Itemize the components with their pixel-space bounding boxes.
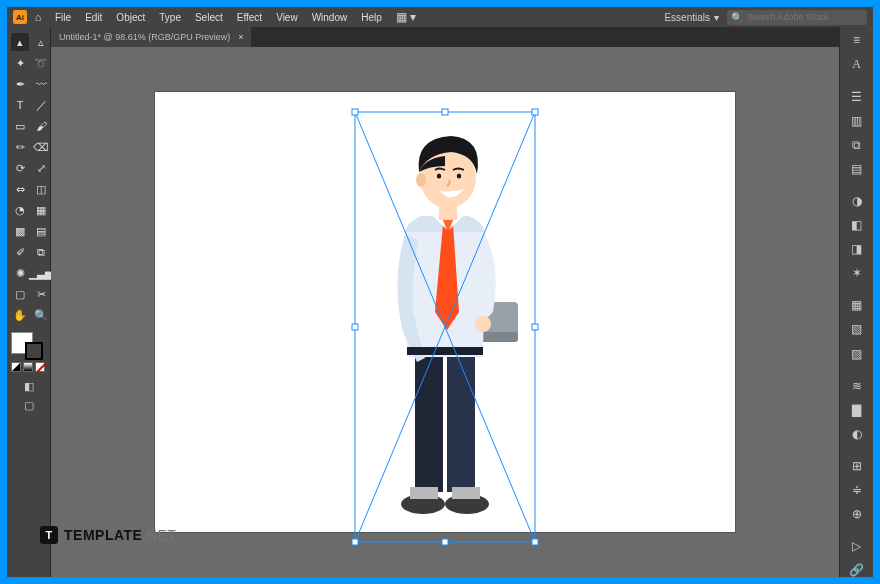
paintbrush-tool[interactable]: 🖌 xyxy=(32,117,50,135)
line-segment-tool[interactable]: ／ xyxy=(32,96,50,114)
gradient-tool[interactable]: ▤ xyxy=(32,222,50,240)
tools-panel: ▴ ▵ ✦ ➰ ✒ 〰 T ／ ▭ 🖌 ✏ ⌫ ⟳ ⤢ ⇔ ◫ ◔ ▦ ▩ ▤ … xyxy=(7,27,51,577)
home-icon[interactable]: ⌂ xyxy=(29,11,47,23)
align-panel-icon[interactable]: ≑ xyxy=(846,483,868,497)
menu-type[interactable]: Type xyxy=(153,10,187,25)
curvature-tool[interactable]: 〰 xyxy=(32,75,50,93)
document-tab-bar: Untitled-1* @ 98.61% (RGB/GPU Preview) × xyxy=(51,27,839,47)
direct-selection-tool[interactable]: ▵ xyxy=(32,33,50,51)
lasso-tool[interactable]: ➰ xyxy=(32,54,50,72)
color-mode-solid-icon[interactable] xyxy=(11,362,21,372)
shaper-tool[interactable]: ✏ xyxy=(11,138,29,156)
menu-view[interactable]: View xyxy=(270,10,304,25)
type-character-icon[interactable]: A xyxy=(846,57,868,72)
menu-effect[interactable]: Effect xyxy=(231,10,268,25)
artboard-tool[interactable]: ▢ xyxy=(11,285,29,303)
symbol-sprayer-tool[interactable]: ✺ xyxy=(11,264,29,282)
screen-mode-icon[interactable]: ▢ xyxy=(24,399,34,412)
layers-panel-icon[interactable]: ☰ xyxy=(846,90,868,104)
eyedropper-tool[interactable]: ✐ xyxy=(11,243,29,261)
arrange-documents-icon[interactable]: ▦ ▾ xyxy=(396,10,416,24)
chevron-down-icon: ▾ xyxy=(714,12,719,23)
appearance-panel-icon[interactable]: ◑ xyxy=(846,194,868,208)
artboard[interactable] xyxy=(155,92,735,532)
free-transform-tool[interactable]: ◫ xyxy=(32,180,50,198)
menu-file[interactable]: File xyxy=(49,10,77,25)
mesh-tool[interactable]: ▩ xyxy=(11,222,29,240)
actions-panel-icon[interactable]: ▷ xyxy=(846,539,868,553)
asset-export-icon[interactable]: ⧉ xyxy=(846,138,868,152)
brushes-panel-icon[interactable]: ◨ xyxy=(846,242,868,256)
svg-rect-24 xyxy=(352,539,358,545)
properties-panel-icon[interactable]: ≡ xyxy=(846,33,868,47)
hand-tool[interactable]: ✋ xyxy=(11,306,29,324)
rotate-tool[interactable]: ⟳ xyxy=(11,159,29,177)
menu-edit[interactable]: Edit xyxy=(79,10,108,25)
svg-rect-20 xyxy=(442,109,448,115)
pen-tool[interactable]: ✒ xyxy=(11,75,29,93)
draw-mode-icon[interactable]: ◧ xyxy=(24,380,34,393)
watermark-badge-icon: T xyxy=(40,526,58,544)
libraries-panel-icon[interactable]: ▤ xyxy=(846,162,868,176)
close-icon[interactable]: × xyxy=(238,32,243,42)
transform-panel-icon[interactable]: ⊞ xyxy=(846,459,868,473)
selection-tool[interactable]: ▴ xyxy=(11,33,29,51)
graphic-styles-icon[interactable]: ◧ xyxy=(846,218,868,232)
magic-wand-tool[interactable]: ✦ xyxy=(11,54,29,72)
color-guide-icon[interactable]: ▨ xyxy=(846,347,868,361)
column-graph-tool[interactable]: ▁▃▅ xyxy=(32,264,50,282)
shape-builder-tool[interactable]: ◔ xyxy=(11,201,29,219)
svg-rect-19 xyxy=(352,109,358,115)
canvas-area[interactable] xyxy=(51,47,839,577)
svg-rect-22 xyxy=(352,324,358,330)
type-tool[interactable]: T xyxy=(11,96,29,114)
search-input[interactable] xyxy=(747,12,863,22)
search-stock[interactable]: 🔍 xyxy=(727,10,867,25)
stroke-panel-icon[interactable]: ≋ xyxy=(846,379,868,393)
svg-rect-21 xyxy=(532,109,538,115)
right-panel-dock: ≡ A ☰ ▥ ⧉ ▤ ◑ ◧ ◨ ✶ ▦ ▧ ▨ ≋ ▇ ◐ ⊞ ≑ ⊕ ▷ … xyxy=(839,27,873,577)
rectangle-tool[interactable]: ▭ xyxy=(11,117,29,135)
symbols-panel-icon[interactable]: ✶ xyxy=(846,266,868,280)
menu-window[interactable]: Window xyxy=(306,10,354,25)
selection-bounding-box[interactable] xyxy=(355,112,535,542)
stroke-color-chip[interactable] xyxy=(25,342,43,360)
color-mode-none-icon[interactable] xyxy=(35,362,45,372)
color-mode-chips xyxy=(11,362,46,372)
perspective-grid-tool[interactable]: ▦ xyxy=(32,201,50,219)
width-tool[interactable]: ⇔ xyxy=(11,180,29,198)
eraser-tool[interactable]: ⌫ xyxy=(32,138,50,156)
app-logo-icon: Ai xyxy=(13,10,27,24)
blend-tool[interactable]: ⧉ xyxy=(32,243,50,261)
app-frame: Ai ⌂ File Edit Object Type Select Effect… xyxy=(7,7,873,577)
transparency-panel-icon[interactable]: ◐ xyxy=(846,427,868,441)
menu-help[interactable]: Help xyxy=(355,10,388,25)
svg-rect-25 xyxy=(442,539,448,545)
menu-bar: Ai ⌂ File Edit Object Type Select Effect… xyxy=(7,7,873,27)
color-panel-icon[interactable]: ▧ xyxy=(846,322,868,336)
svg-rect-23 xyxy=(532,324,538,330)
artboards-panel-icon[interactable]: ▥ xyxy=(846,114,868,128)
scale-tool[interactable]: ⤢ xyxy=(32,159,50,177)
workspace-switcher[interactable]: Essentials ▾ xyxy=(658,10,725,25)
links-panel-icon[interactable]: 🔗 xyxy=(846,563,868,577)
menu-object[interactable]: Object xyxy=(110,10,151,25)
workspace-label: Essentials xyxy=(664,12,710,23)
zoom-tool[interactable]: 🔍 xyxy=(32,306,50,324)
svg-rect-26 xyxy=(532,539,538,545)
slice-tool[interactable]: ✂ xyxy=(32,285,50,303)
fill-stroke-well[interactable] xyxy=(11,332,45,360)
search-icon: 🔍 xyxy=(731,12,743,23)
watermark-brand: TEMPLATE xyxy=(64,527,142,543)
watermark-suffix: .NET xyxy=(142,527,176,543)
menu-select[interactable]: Select xyxy=(189,10,229,25)
document-tab-title: Untitled-1* @ 98.61% (RGB/GPU Preview) xyxy=(59,32,230,42)
swatches-panel-icon[interactable]: ▦ xyxy=(846,298,868,312)
color-mode-gradient-icon[interactable] xyxy=(23,362,33,372)
pathfinder-panel-icon[interactable]: ⊕ xyxy=(846,507,868,521)
document-tab[interactable]: Untitled-1* @ 98.61% (RGB/GPU Preview) × xyxy=(51,27,251,47)
gradient-panel-icon[interactable]: ▇ xyxy=(846,403,868,417)
watermark: T TEMPLATE.NET xyxy=(40,526,176,544)
